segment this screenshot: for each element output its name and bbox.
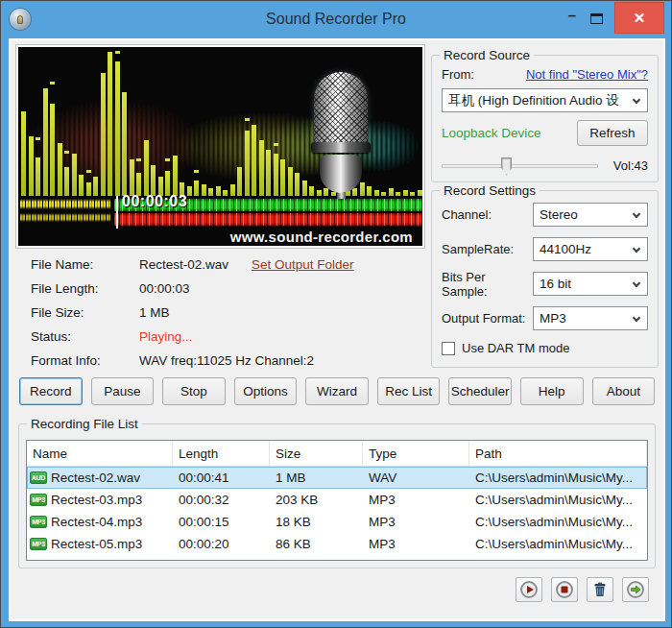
- audio-file-icon: MP3: [30, 516, 47, 528]
- about-button[interactable]: About: [592, 377, 656, 405]
- record-button[interactable]: Record: [19, 377, 83, 405]
- table-row[interactable]: MP3Rectest-04.mp3 00:00:15 18 KB MP3 C:\…: [27, 511, 647, 533]
- status-value: Playing...: [139, 329, 193, 344]
- stop-button[interactable]: Stop: [162, 377, 226, 405]
- pause-button[interactable]: Pause: [91, 377, 155, 405]
- file-length-row: File Length: 00:00:03: [31, 277, 354, 301]
- format-info-row: Format Info: WAV freq:11025 Hz Channel:2: [31, 349, 354, 373]
- column-header-type[interactable]: Type: [363, 441, 469, 466]
- playback-cursor[interactable]: [116, 196, 118, 229]
- chevron-down-icon: [633, 210, 640, 218]
- delete-file-button[interactable]: [587, 577, 613, 602]
- record-device-dropdown[interactable]: 耳机 (High Definition Audio 设: [442, 88, 648, 112]
- scheduler-button[interactable]: Scheduler: [448, 377, 512, 405]
- record-source-group: Record Source From: Not find "Stereo Mix…: [431, 55, 659, 182]
- dar-tm-mode-label: Use DAR TM mode: [462, 341, 569, 355]
- samplerate-label: SampleRate:: [442, 242, 514, 256]
- minimize-button[interactable]: –: [560, 11, 585, 28]
- recording-file-list-group: Recording File List Name Length Size Typ…: [18, 423, 656, 568]
- file-list-table: Name Length Size Type Path AUDRectest-02…: [26, 440, 648, 561]
- volume-value-label: Vol:43: [613, 158, 648, 173]
- channel-label: Channel:: [442, 207, 492, 222]
- set-output-folder-link[interactable]: Set Output Folder: [252, 257, 354, 272]
- play-file-button[interactable]: [516, 577, 542, 602]
- record-settings-group: Record Settings Channel: Stereo SampleRa…: [431, 190, 659, 368]
- wizard-button[interactable]: Wizard: [305, 377, 369, 405]
- table-row[interactable]: MP3Rectest-03.mp3 00:00:32 203 KB MP3 C:…: [27, 489, 647, 511]
- trash-icon: [590, 580, 610, 599]
- stop-file-button[interactable]: [551, 577, 578, 602]
- audio-file-icon: MP3: [30, 494, 47, 506]
- caption-buttons: – ✕: [560, 1, 671, 37]
- chevron-down-icon: [633, 96, 640, 104]
- export-file-button[interactable]: [622, 577, 649, 602]
- column-header-length[interactable]: Length: [173, 441, 270, 466]
- channel-dropdown[interactable]: Stereo: [533, 203, 648, 227]
- app-window: Sound Recorder Pro – ✕: [0, 0, 672, 628]
- stop-icon: [555, 580, 574, 599]
- export-arrow-icon: [626, 580, 645, 599]
- title-bar: Sound Recorder Pro – ✕: [1, 1, 671, 37]
- list-action-buttons: [516, 577, 649, 602]
- file-name-row: File Name: Rectest-02.wav Set Output Fol…: [31, 253, 354, 277]
- format-info-value: WAV freq:11025 Hz Channel:2: [139, 353, 314, 368]
- column-header-name[interactable]: Name: [27, 441, 173, 466]
- close-button[interactable]: ✕: [614, 2, 664, 34]
- file-list-header: Name Length Size Type Path: [27, 441, 647, 467]
- output-format-label: Output Format:: [442, 311, 525, 326]
- help-button[interactable]: Help: [520, 377, 584, 405]
- loopback-device-label: Loopback Device: [442, 126, 541, 140]
- microphone-body: [320, 155, 362, 193]
- audio-file-icon: MP3: [30, 538, 47, 550]
- recorded-wave-segment: [18, 196, 114, 229]
- table-row[interactable]: AUDRectest-02.wav 00:00:41 1 MB WAV C:\U…: [27, 467, 647, 489]
- chevron-down-icon: [633, 279, 640, 287]
- stereo-mix-help-link[interactable]: Not find "Stereo Mix"?: [526, 67, 648, 82]
- client-area: 00:00:03 www.sound-recorder.com File Nam…: [9, 38, 665, 621]
- samplerate-dropdown[interactable]: 44100Hz: [533, 237, 648, 261]
- audio-file-icon: AUD: [30, 471, 47, 484]
- rec-list-button[interactable]: Rec List: [377, 377, 441, 405]
- microphone-image: [305, 72, 376, 216]
- microphone-head: [314, 72, 368, 147]
- volume-slider-thumb[interactable]: [501, 157, 512, 176]
- bits-per-sample-label: Bits Per Sample:: [442, 270, 533, 299]
- play-icon: [519, 580, 539, 599]
- waveform-display: 00:00:03 www.sound-recorder.com: [18, 47, 422, 246]
- refresh-button[interactable]: Refresh: [577, 120, 648, 146]
- volume-slider[interactable]: [442, 164, 598, 168]
- file-size-row: File Size: 1 MB: [31, 301, 354, 325]
- maximize-button[interactable]: [590, 13, 603, 24]
- dar-tm-mode-checkbox[interactable]: [442, 342, 455, 355]
- chevron-down-icon: [633, 314, 640, 322]
- from-label: From:: [442, 67, 474, 82]
- file-info-panel: File Name: Rectest-02.wav Set Output Fol…: [31, 253, 354, 373]
- file-name-value: Rectest-02.wav: [139, 257, 228, 272]
- file-size-value: 1 MB: [139, 305, 170, 320]
- table-row[interactable]: MP3Rectest-05.mp3 00:00:20 86 KB MP3 C:\…: [27, 533, 647, 555]
- bits-per-sample-dropdown[interactable]: 16 bit: [533, 272, 648, 296]
- file-length-value: 00:00:03: [139, 281, 190, 296]
- column-header-path[interactable]: Path: [469, 441, 647, 466]
- timeline-strip: 00:00:03: [18, 196, 422, 229]
- chevron-down-icon: [633, 245, 640, 253]
- output-format-dropdown[interactable]: MP3: [533, 306, 648, 330]
- column-header-size[interactable]: Size: [270, 441, 363, 466]
- microphone-band: [311, 142, 371, 153]
- website-watermark: www.sound-recorder.com: [230, 229, 413, 245]
- playback-timestamp: 00:00:03: [122, 193, 187, 210]
- options-button[interactable]: Options: [234, 377, 298, 405]
- main-toolbar: Record Pause Stop Options Wizard Rec Lis…: [19, 377, 655, 405]
- status-row: Status: Playing...: [31, 325, 354, 349]
